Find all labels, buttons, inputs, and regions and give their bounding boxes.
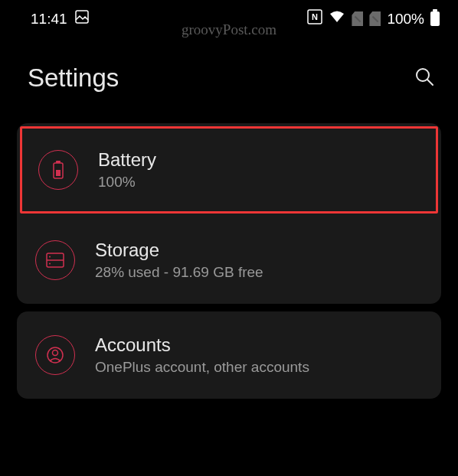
item-subtitle: 28% used - 91.69 GB free (95, 264, 426, 281)
settings-card: Battery 100% Storage 28% used - 91.69 GB… (17, 123, 441, 304)
nfc-icon: N (307, 9, 322, 28)
search-icon[interactable] (414, 66, 435, 90)
item-title: Storage (95, 240, 426, 261)
page-title: Settings (28, 64, 119, 93)
sim-icon-1 (352, 11, 363, 26)
storage-icon-circle (35, 240, 75, 280)
battery-icon (430, 11, 440, 26)
status-right: N 100% (307, 9, 440, 28)
settings-item-storage[interactable]: Storage 28% used - 91.69 GB free (17, 217, 441, 304)
svg-point-10 (49, 256, 51, 258)
settings-item-battery[interactable]: Battery 100% (20, 126, 438, 214)
item-title: Battery (98, 149, 423, 171)
wifi-icon (329, 10, 345, 28)
svg-rect-7 (56, 170, 61, 176)
status-left: 11:41 (31, 10, 89, 28)
battery-percent: 100% (387, 11, 424, 28)
item-content: Accounts OnePlus account, other accounts (95, 334, 426, 376)
settings-item-accounts[interactable]: Accounts OnePlus account, other accounts (17, 311, 441, 399)
status-bar: 11:41 N 100% (0, 0, 458, 33)
item-content: Battery 100% (98, 149, 423, 191)
header: Settings (0, 33, 458, 116)
item-content: Storage 28% used - 91.69 GB free (95, 240, 426, 281)
svg-rect-6 (56, 161, 61, 163)
picture-icon (75, 10, 89, 28)
status-time: 11:41 (31, 11, 67, 28)
accounts-icon-circle (35, 335, 75, 375)
svg-point-11 (49, 263, 51, 265)
battery-icon-circle (38, 150, 78, 190)
settings-card: Accounts OnePlus account, other accounts (17, 311, 441, 399)
item-title: Accounts (95, 334, 426, 356)
item-subtitle: OnePlus account, other accounts (95, 359, 426, 376)
item-subtitle: 100% (98, 174, 423, 191)
svg-text:N: N (312, 12, 318, 21)
sim-icon-2 (369, 11, 381, 26)
svg-line-4 (427, 80, 433, 85)
svg-point-13 (53, 350, 58, 356)
svg-rect-0 (76, 11, 88, 23)
